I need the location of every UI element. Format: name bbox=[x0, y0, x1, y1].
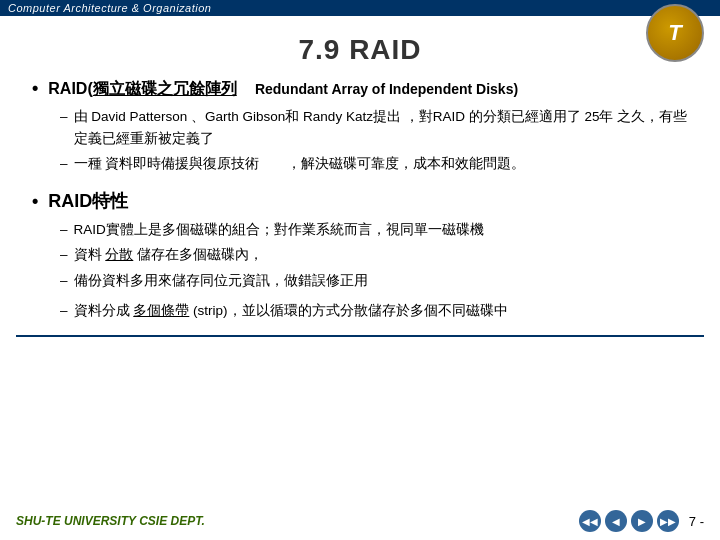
sub-item-2-3: – 備份資料多用來儲存同位元資訊，做錯誤修正用 bbox=[60, 270, 688, 292]
logo-letter: T bbox=[668, 20, 681, 46]
section-2-label: RAID特性 bbox=[48, 189, 128, 213]
bullet-2: • bbox=[32, 191, 38, 212]
dash-2-1: – bbox=[60, 219, 68, 241]
section-1-heading: • RAID(獨立磁碟之冗餘陣列 Redundant Array of Inde… bbox=[32, 78, 688, 100]
section-1-en: Redundant Array of Independent Disks) bbox=[241, 81, 518, 97]
nav-prev-button[interactable]: ◀ bbox=[605, 510, 627, 532]
section-2-heading: • RAID特性 bbox=[32, 189, 688, 213]
sub-item-1-2: – 一種 資料即時備援與復原技術 ，解決磁碟可靠度，成本和效能問題。 bbox=[60, 153, 688, 175]
page-title: 7.9 RAID bbox=[0, 34, 720, 66]
title-area: 7.9 RAID bbox=[0, 16, 720, 78]
sub-item-2-2: – 資料 分散 儲存在多個磁碟內， bbox=[60, 244, 688, 266]
header-title: Computer Architecture & Organization bbox=[8, 2, 211, 14]
dash-1-2: – bbox=[60, 153, 68, 175]
nav-next-button[interactable]: ▶ bbox=[631, 510, 653, 532]
dash-2-2: – bbox=[60, 244, 68, 266]
sub-text-1-2: 一種 資料即時備援與復原技術 ，解決磁碟可靠度，成本和效能問題。 bbox=[74, 153, 688, 175]
bullet-1: • bbox=[32, 78, 38, 99]
footer: SHU-TE UNIVERSITY CSIE DEPT. ◀◀ ◀ ▶ ▶▶ 7… bbox=[0, 510, 720, 532]
page-number: 7 - bbox=[689, 514, 704, 529]
nav-first-button[interactable]: ◀◀ bbox=[579, 510, 601, 532]
logo-circle: T bbox=[646, 4, 704, 62]
sub-item-1-1: – 由 David Patterson 、Garth Gibson和 Randy… bbox=[60, 106, 688, 149]
logo: T bbox=[646, 4, 704, 62]
section-2-subitems: – RAID實體上是多個磁碟的組合；對作業系統而言，視同單一磁碟機 – 資料 分… bbox=[32, 219, 688, 321]
footer-label: SHU-TE UNIVERSITY CSIE DEPT. bbox=[16, 514, 579, 528]
sub-text-2-1: RAID實體上是多個磁碟的組合；對作業系統而言，視同單一磁碟機 bbox=[74, 219, 688, 241]
section-2: • RAID特性 – RAID實體上是多個磁碟的組合；對作業系統而言，視同單一磁… bbox=[32, 189, 688, 321]
sub-item-2-4: – 資料分成 多個條帶 (strip)，並以循環的方式分散儲存於多個不同磁碟中 bbox=[60, 300, 688, 322]
section-1: • RAID(獨立磁碟之冗餘陣列 Redundant Array of Inde… bbox=[32, 78, 688, 175]
dash-2-3: – bbox=[60, 270, 68, 292]
footer-nav[interactable]: ◀◀ ◀ ▶ ▶▶ 7 - bbox=[579, 510, 704, 532]
section-1-cjk: RAID(獨立磁碟之冗餘陣列 bbox=[48, 80, 236, 97]
nav-last-button[interactable]: ▶▶ bbox=[657, 510, 679, 532]
sub-text-2-4: 資料分成 多個條帶 (strip)，並以循環的方式分散儲存於多個不同磁碟中 bbox=[74, 300, 688, 322]
sub-text-2-2: 資料 分散 儲存在多個磁碟內， bbox=[74, 244, 688, 266]
sub-item-2-1: – RAID實體上是多個磁碟的組合；對作業系統而言，視同單一磁碟機 bbox=[60, 219, 688, 241]
dash-1-1: – bbox=[60, 106, 68, 149]
section-1-label: RAID(獨立磁碟之冗餘陣列 Redundant Array of Indepe… bbox=[48, 79, 518, 100]
sub-text-1-1: 由 David Patterson 、Garth Gibson和 Randy K… bbox=[74, 106, 688, 149]
footer-divider bbox=[16, 335, 704, 337]
sub-text-2-3: 備份資料多用來儲存同位元資訊，做錯誤修正用 bbox=[74, 270, 688, 292]
section-1-subitems: – 由 David Patterson 、Garth Gibson和 Randy… bbox=[32, 106, 688, 175]
content-area: • RAID(獨立磁碟之冗餘陣列 Redundant Array of Inde… bbox=[0, 78, 720, 321]
dash-2-4: – bbox=[60, 300, 68, 322]
header-bar: Computer Architecture & Organization bbox=[0, 0, 720, 16]
